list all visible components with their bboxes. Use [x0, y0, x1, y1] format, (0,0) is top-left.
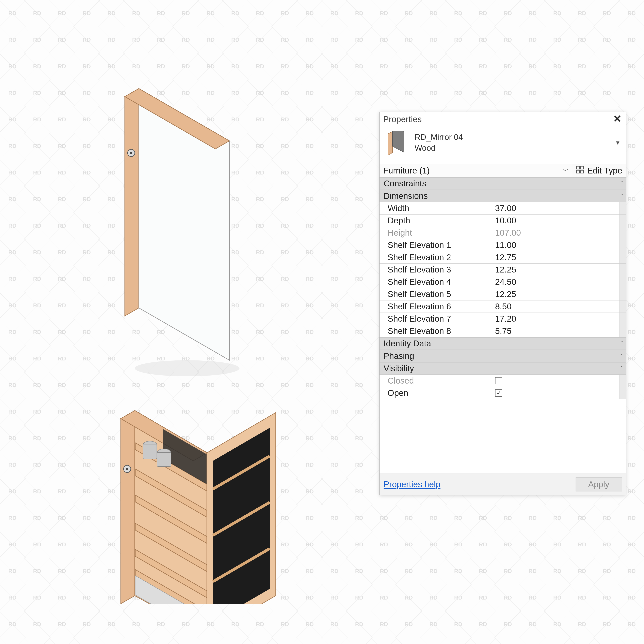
row-gutter	[619, 251, 626, 263]
svg-rect-20	[157, 452, 171, 466]
section-constraints[interactable]: Constraints ˇ	[380, 177, 626, 190]
svg-rect-31	[577, 166, 579, 169]
property-label: Depth	[380, 215, 492, 227]
svg-rect-32	[581, 166, 583, 169]
chevron-down-icon: ﹀	[562, 167, 569, 175]
chevron-down-icon[interactable]: ▾	[614, 138, 621, 147]
property-row: Shelf Elevation 212.75	[380, 251, 626, 264]
svg-marker-0	[125, 89, 139, 316]
row-gutter	[619, 300, 626, 313]
type-thumbnail	[384, 128, 408, 157]
section-phasing[interactable]: Phasing ˇ	[380, 350, 626, 362]
property-value-input[interactable]: 17.20	[492, 313, 619, 325]
row-gutter	[619, 387, 626, 399]
section-dimensions[interactable]: Dimensions ˆ	[380, 190, 626, 202]
property-value-input[interactable]: 5.75	[492, 325, 619, 337]
checkbox-icon: ✓	[495, 389, 502, 397]
property-label: Shelf Elevation 5	[380, 288, 492, 300]
property-row: Shelf Elevation 717.20	[380, 313, 626, 325]
checkbox-icon	[495, 377, 502, 384]
property-checkbox[interactable]: ✓	[492, 387, 619, 399]
svg-rect-34	[581, 170, 583, 173]
property-row: Height107.00	[380, 227, 626, 239]
collapse-icon: ˆ	[621, 193, 622, 199]
svg-point-28	[126, 468, 128, 470]
collapse-icon: ˆ	[621, 365, 622, 372]
property-value-input: 107.00	[492, 227, 619, 239]
edit-type-icon	[576, 166, 584, 176]
property-row: Shelf Elevation 312.25	[380, 264, 626, 276]
svg-marker-6	[121, 411, 135, 604]
property-label: Closed	[380, 375, 492, 387]
property-row: Shelf Elevation 68.50	[380, 300, 626, 313]
property-label: Height	[380, 227, 492, 239]
row-gutter	[619, 325, 626, 337]
row-gutter	[619, 227, 626, 239]
property-label: Shelf Elevation 2	[380, 251, 492, 263]
property-label: Shelf Elevation 3	[380, 264, 492, 276]
row-gutter	[619, 202, 626, 214]
property-label: Open	[380, 387, 492, 399]
row-gutter	[619, 313, 626, 325]
collapse-icon: ˇ	[621, 340, 622, 347]
row-gutter	[619, 276, 626, 288]
type-name-text: RD_Mirror 04 Wood	[415, 132, 614, 153]
close-icon[interactable]: ✕	[611, 114, 623, 125]
property-label: Shelf Elevation 4	[380, 276, 492, 288]
property-row: Shelf Elevation 512.25	[380, 288, 626, 300]
property-row: Shelf Elevation 111.00	[380, 239, 626, 251]
apply-button[interactable]: Apply	[576, 477, 622, 491]
property-label: Shelf Elevation 1	[380, 239, 492, 251]
property-value-input[interactable]: 12.25	[492, 264, 619, 276]
svg-point-5	[135, 360, 239, 376]
section-visibility[interactable]: Visibility ˆ	[380, 362, 626, 375]
property-row: Depth10.00	[380, 215, 626, 227]
property-value-input[interactable]: 12.75	[492, 251, 619, 263]
property-value-input[interactable]: 37.00	[492, 202, 619, 214]
property-label: Shelf Elevation 7	[380, 313, 492, 325]
property-value-input[interactable]: 11.00	[492, 239, 619, 251]
svg-marker-30	[392, 131, 404, 152]
property-row: Open✓	[380, 387, 626, 399]
property-row: Closed	[380, 375, 626, 387]
row-gutter	[619, 264, 626, 276]
property-value-input[interactable]: 8.50	[492, 300, 619, 313]
property-row: Shelf Elevation 424.50	[380, 276, 626, 288]
empty-area	[380, 399, 626, 474]
property-checkbox	[492, 375, 619, 387]
row-gutter	[619, 215, 626, 227]
dimensions-table: Width37.00Depth10.00Height107.00Shelf El…	[380, 202, 626, 337]
property-value-input[interactable]: 12.25	[492, 288, 619, 300]
property-label: Shelf Elevation 8	[380, 325, 492, 337]
edit-type-button[interactable]: Edit Type	[572, 164, 626, 177]
svg-rect-33	[577, 170, 579, 173]
panel-title: Properties	[383, 115, 611, 124]
property-label: Width	[380, 202, 492, 214]
row-gutter	[619, 239, 626, 251]
property-row: Shelf Elevation 85.75	[380, 325, 626, 337]
panel-titlebar[interactable]: Properties ✕	[380, 112, 626, 126]
property-row: Width37.00	[380, 202, 626, 215]
collapse-icon: ˇ	[621, 353, 622, 359]
row-gutter	[619, 375, 626, 387]
svg-point-4	[130, 152, 132, 154]
property-value-input[interactable]: 10.00	[492, 215, 619, 227]
properties-panel: Properties ✕ RD_Mirror 04 Wood ▾ Furnitu…	[379, 112, 626, 495]
visibility-table: ClosedOpen✓	[380, 375, 626, 399]
svg-marker-29	[388, 131, 392, 155]
properties-help-link[interactable]: Properties help	[384, 480, 441, 489]
panel-footer: Properties help Apply	[380, 474, 626, 495]
collapse-icon: ˇ	[621, 180, 622, 187]
property-value-input[interactable]: 24.50	[492, 276, 619, 288]
section-identity-data[interactable]: Identity Data ˇ	[380, 337, 626, 350]
model-viewport[interactable]	[109, 60, 290, 604]
type-selector-row[interactable]: RD_Mirror 04 Wood ▾	[380, 126, 626, 164]
property-label: Shelf Elevation 6	[380, 300, 492, 313]
row-gutter	[619, 288, 626, 300]
svg-rect-18	[143, 445, 157, 459]
category-selector[interactable]: Furniture (1) ﹀	[380, 164, 572, 177]
